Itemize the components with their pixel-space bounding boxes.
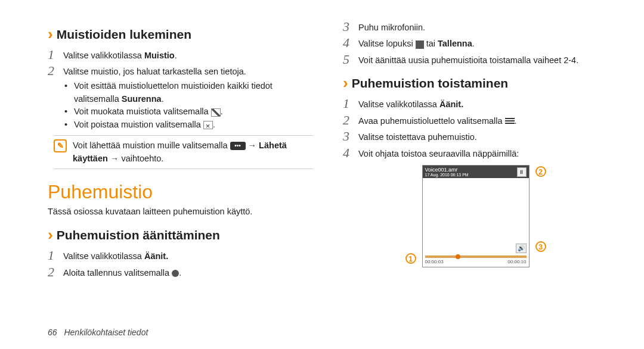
step-text: Valitse valikkotilassa Äänit. <box>63 248 168 263</box>
player-screenshot: Voice001.amr 17 Aug. 2010 06:13 PM ⏸ 🔊 0… <box>422 165 530 267</box>
step-number: 1 <box>48 47 63 62</box>
intro-paragraph: Tässä osiossa kuvataan laitteen puhemuis… <box>48 205 313 219</box>
step-5: 5 Voit äänittää uusia puhemuistioita toi… <box>343 52 608 67</box>
step-text: Valitse toistettava puhemuistio. <box>358 129 477 144</box>
step-text: Voit äänittää uusia puhemuistioita toist… <box>358 52 578 67</box>
step-number: 2 <box>48 63 63 78</box>
record-icon <box>172 270 179 277</box>
heading-text: Puhemuistion äänittäminen <box>57 228 220 242</box>
step-number: 2 <box>343 113 358 127</box>
step-number: 4 <box>343 35 358 50</box>
step-1: 1 Valitse valikkotilassa Äänit. <box>343 96 608 111</box>
heading-text: Muistioiden lukeminen <box>57 27 191 42</box>
step-text: Valitse lopuksi tai Tallenna. <box>358 35 475 50</box>
bullet-item: Voit esittää muistioluettelon muistioide… <box>64 80 313 106</box>
step-text: Avaa puhemuistioluettelo valitsemalla . <box>358 113 517 127</box>
step-text: Valitse muistio, jos haluat tarkastella … <box>63 63 246 78</box>
callout-1: 1 <box>405 253 416 264</box>
step-text: Puhu mikrofoniin. <box>358 19 425 34</box>
step-4: 4 Valitse lopuksi tai Tallenna. <box>343 35 608 50</box>
callout-3: 3 <box>535 241 546 252</box>
edit-icon <box>211 108 221 117</box>
player-times: 00:00:03 00:00:10 <box>423 258 529 267</box>
time-end: 00:00:10 <box>507 259 526 264</box>
note-box: ✎ Voit lähettää muistion muille valitsem… <box>54 135 313 170</box>
heading-text: Puhemuistion toistaminen <box>352 76 509 91</box>
step-2: 2 Valitse muistio, jos haluat tarkastell… <box>48 63 313 78</box>
stop-icon <box>416 40 424 49</box>
voice-player: Voice001.amr 17 Aug. 2010 06:13 PM ⏸ 🔊 0… <box>422 165 530 267</box>
chevron-icon: › <box>343 74 348 92</box>
left-column: › Muistioiden lukeminen 1 Valitse valikk… <box>48 18 313 281</box>
step-text: Voit ohjata toistoa seuraavilla näppäimi… <box>358 145 519 160</box>
section-heading-playback: › Puhemuistion toistaminen <box>343 74 608 92</box>
callout-2: 2 <box>535 166 546 177</box>
delete-icon <box>203 121 213 129</box>
step-3: 3 Valitse toistettava puhemuistio. <box>343 129 608 144</box>
step-number: 3 <box>343 19 358 34</box>
step-2: 2 Aloita tallennus valitsemalla . <box>48 264 313 279</box>
step-number: 5 <box>343 52 358 67</box>
step-number: 3 <box>343 129 358 144</box>
section-name: Henkilökohtaiset tiedot <box>64 328 148 337</box>
time-current: 00:00:03 <box>425 259 444 264</box>
step-1: 1 Valitse valikkotilassa Muistio. <box>48 47 313 62</box>
step-2: 2 Avaa puhemuistioluettelo valitsemalla … <box>343 113 608 127</box>
step-3: 3 Puhu mikrofoniin. <box>343 19 608 34</box>
more-icon: ••• <box>230 142 246 150</box>
section-heading-record: › Puhemuistion äänittäminen <box>48 226 313 244</box>
main-title: Puhemuistio <box>48 181 313 203</box>
progress-bar[interactable] <box>425 255 527 258</box>
step-number: 1 <box>343 96 358 111</box>
section-heading-memos-read: › Muistioiden lukeminen <box>48 25 313 43</box>
bullet-item: Voit poistaa muistion valitsemalla . <box>64 119 313 132</box>
page-footer: 66 Henkilökohtaiset tiedot <box>48 328 148 337</box>
volume-button[interactable]: 🔊 <box>516 244 527 253</box>
player-header: Voice001.amr 17 Aug. 2010 06:13 PM ⏸ <box>423 166 529 178</box>
step-text: Valitse valikkotilassa Äänit. <box>358 96 463 111</box>
step-text: Valitse valikkotilassa Muistio. <box>63 47 177 62</box>
step-number: 2 <box>48 264 63 279</box>
step-text: Aloita tallennus valitsemalla . <box>63 264 181 279</box>
note-text: Voit lähettää muistion muille valitsemal… <box>73 139 313 166</box>
player-filename: Voice001.amr <box>425 167 469 173</box>
pause-button[interactable]: ⏸ <box>517 167 527 177</box>
list-icon <box>505 118 515 125</box>
step-1: 1 Valitse valikkotilassa Äänit. <box>48 248 313 263</box>
note-icon: ✎ <box>54 139 67 152</box>
player-body: 🔊 <box>423 178 529 255</box>
bullet-item: Voit muokata muistiota valitsemalla . <box>64 105 313 119</box>
step-number: 1 <box>48 248 63 263</box>
step-4: 4 Voit ohjata toistoa seuraavilla näppäi… <box>343 145 608 160</box>
right-column: 3 Puhu mikrofoniin. 4 Valitse lopuksi ta… <box>343 18 608 281</box>
player-date: 17 Aug. 2010 06:13 PM <box>425 173 469 177</box>
step-number: 4 <box>343 145 358 160</box>
page-number: 66 <box>48 328 57 337</box>
chevron-icon: › <box>48 25 53 43</box>
chevron-icon: › <box>48 226 53 244</box>
